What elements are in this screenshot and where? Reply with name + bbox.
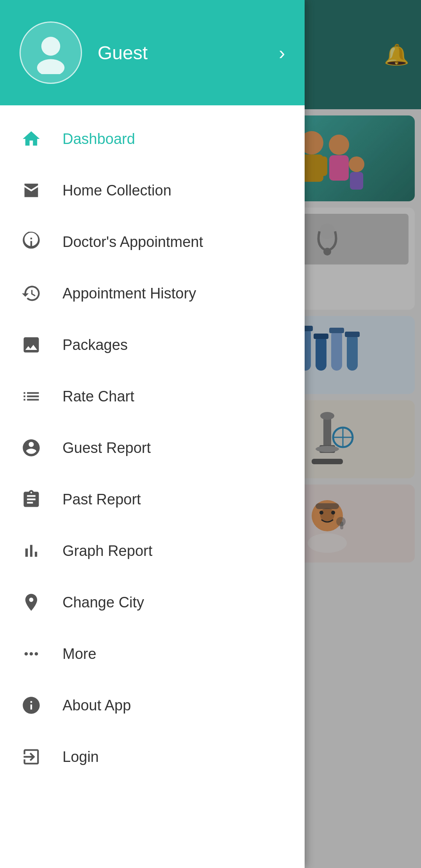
svg-point-37 [37, 59, 64, 75]
sidebar-item-label-about-app: About App [62, 697, 131, 714]
avatar-icon [29, 31, 72, 74]
sidebar-item-label-login: Login [62, 749, 99, 765]
sidebar-item-rate-chart[interactable]: Rate Chart [0, 371, 305, 422]
menu-list: Dashboard Home Collection Doctor's Appoi… [0, 105, 305, 868]
sidebar-item-past-report[interactable]: Past Report [0, 474, 305, 525]
sidebar-item-packages[interactable]: Packages [0, 319, 305, 371]
avatar[interactable] [20, 21, 82, 84]
sidebar-item-home-collection[interactable]: Home Collection [0, 165, 305, 216]
sidebar-item-label-past-report: Past Report [62, 491, 141, 508]
info-icon [20, 694, 43, 717]
packages-icon [20, 333, 43, 357]
svg-point-36 [41, 37, 60, 55]
sidebar-item-label-dashboard: Dashboard [62, 131, 135, 147]
sidebar-item-appointment-history[interactable]: Appointment History [0, 268, 305, 319]
sidebar-item-dashboard[interactable]: Dashboard [0, 113, 305, 165]
handshake-icon [20, 230, 43, 254]
sidebar-item-more[interactable]: More [0, 628, 305, 680]
sidebar-item-login[interactable]: Login [0, 731, 305, 783]
list-icon [20, 385, 43, 408]
navigation-drawer: Guest › Dashboard Home Collection [0, 0, 305, 868]
sidebar-item-about-app[interactable]: About App [0, 680, 305, 731]
sidebar-item-label-packages: Packages [62, 337, 128, 353]
more-icon [20, 642, 43, 666]
sidebar-item-label-rate-chart: Rate Chart [62, 388, 134, 405]
person-icon [20, 436, 43, 460]
history-icon [20, 282, 43, 305]
sidebar-item-label-more: More [62, 646, 96, 662]
sidebar-item-label-doctors-appointment: Doctor's Appointment [62, 234, 203, 250]
clipboard-icon [20, 488, 43, 511]
bar-chart-icon [20, 539, 43, 563]
drawer-header[interactable]: Guest › [0, 0, 305, 105]
login-icon [20, 745, 43, 769]
sidebar-item-label-appointment-history: Appointment History [62, 285, 196, 302]
chevron-right-icon[interactable]: › [279, 42, 285, 64]
sidebar-item-label-home-collection: Home Collection [62, 182, 171, 199]
guest-name: Guest [98, 42, 263, 64]
sidebar-item-label-guest-report: Guest Report [62, 440, 151, 456]
home-icon [20, 127, 43, 151]
sidebar-item-doctors-appointment[interactable]: Doctor's Appointment [0, 216, 305, 268]
sidebar-item-change-city[interactable]: Change City [0, 577, 305, 628]
sidebar-item-graph-report[interactable]: Graph Report [0, 525, 305, 577]
sidebar-item-label-graph-report: Graph Report [62, 543, 152, 559]
location-icon [20, 591, 43, 614]
sidebar-item-label-change-city: Change City [62, 594, 144, 611]
sidebar-item-guest-report[interactable]: Guest Report [0, 422, 305, 474]
store-icon [20, 179, 43, 202]
